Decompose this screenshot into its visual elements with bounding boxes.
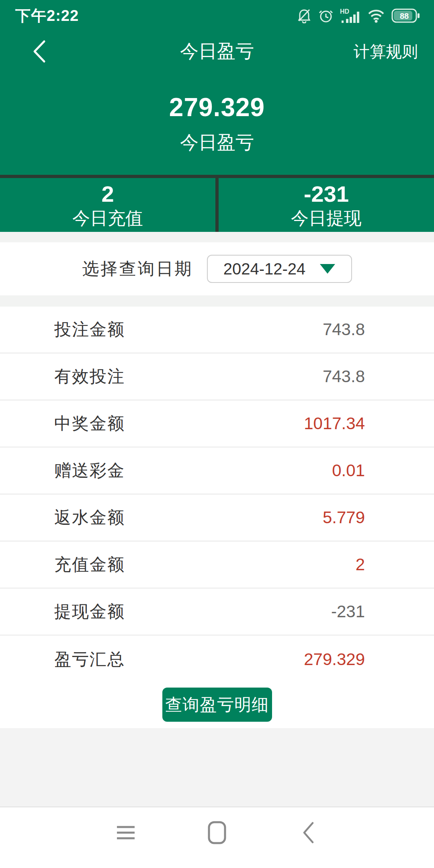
nav-menu-button[interactable] — [114, 821, 138, 845]
today-deposit-cell: 2 今日充值 — [0, 178, 215, 232]
dropdown-arrow-icon — [320, 264, 335, 274]
chevron-left-icon — [33, 40, 46, 63]
today-profit-label: 今日盈亏 — [0, 130, 434, 155]
mute-bell-icon — [297, 8, 312, 23]
nav-back-chevron-icon — [302, 821, 315, 844]
sub-summary: 2 今日充值 -231 今日提现 — [0, 178, 434, 232]
button-section: 查询盈亏明细 — [0, 683, 434, 728]
today-withdraw-value: -231 — [304, 183, 349, 205]
detail-row-label: 投注金额 — [54, 318, 125, 341]
hd-signal-icon: HD — [340, 8, 361, 24]
battery-icon: 88 — [391, 8, 420, 24]
today-withdraw-label: 今日提现 — [291, 209, 362, 227]
home-square-icon — [207, 821, 227, 845]
detail-row-label: 提现金额 — [54, 600, 125, 623]
date-select-dropdown[interactable]: 2024-12-24 — [207, 255, 352, 283]
divider-line-top — [0, 175, 434, 178]
today-deposit-value: 2 — [101, 183, 114, 205]
alarm-clock-icon — [318, 8, 334, 23]
detail-row: 充值金额 2 — [0, 542, 434, 589]
detail-row-label: 充值金额 — [54, 553, 125, 576]
gray-strip — [0, 232, 434, 242]
today-profit-value: 279.329 — [0, 92, 434, 122]
vertical-divider — [215, 178, 219, 232]
calc-rules-link[interactable]: 计算规则 — [354, 35, 418, 68]
date-select-value: 2024-12-24 — [223, 260, 306, 278]
detail-row-value: 1017.34 — [304, 414, 365, 433]
menu-icon — [115, 824, 137, 841]
battery-percent-text: 88 — [400, 12, 409, 20]
status-icons: HD 88 — [297, 8, 420, 24]
detail-row: 赠送彩金 0.01 — [0, 448, 434, 495]
detail-row: 投注金额 743.8 — [0, 307, 434, 354]
detail-row-label: 返水金额 — [54, 506, 125, 529]
detail-row: 提现金额 -231 — [0, 589, 434, 636]
detail-row-value: 743.8 — [323, 320, 365, 339]
detail-row-value: -231 — [331, 602, 365, 621]
nav-back-button[interactable] — [296, 821, 320, 845]
app-bar: 今日盈亏 计算规则 — [0, 35, 434, 68]
date-picker-row: 选择查询日期 2024-12-24 — [0, 242, 434, 295]
hd-text: HD — [340, 8, 349, 15]
detail-row-value: 0.01 — [332, 461, 365, 480]
wifi-icon — [367, 8, 385, 23]
detail-row-label: 有效投注 — [54, 365, 125, 388]
detail-row: 盈亏汇总 279.329 — [0, 636, 434, 683]
nav-home-button[interactable] — [205, 821, 229, 845]
detail-row-value: 279.329 — [304, 650, 365, 669]
system-nav-bar — [0, 807, 434, 858]
detail-row: 有效投注 743.8 — [0, 354, 434, 401]
detail-row: 返水金额 5.779 — [0, 495, 434, 542]
bottom-gray-area — [0, 728, 434, 807]
gray-strip — [0, 295, 434, 307]
query-details-button[interactable]: 查询盈亏明细 — [162, 688, 272, 722]
details-list: 投注金额 743.8 有效投注 743.8 中奖金额 1017.34 赠送彩金 … — [0, 307, 434, 683]
detail-row: 中奖金额 1017.34 — [0, 401, 434, 448]
status-time: 下午2:22 — [15, 6, 79, 26]
profit-loss-screen: 下午2:22 HD — [0, 0, 434, 868]
detail-row-value: 743.8 — [323, 367, 365, 386]
detail-row-label: 盈亏汇总 — [54, 648, 125, 671]
detail-row-label: 赠送彩金 — [54, 459, 125, 482]
status-bar: 下午2:22 HD — [0, 0, 434, 26]
back-button[interactable] — [23, 35, 55, 68]
today-withdraw-cell: -231 今日提现 — [219, 178, 434, 232]
detail-row-value: 5.779 — [323, 508, 365, 527]
green-header: 下午2:22 HD — [0, 0, 434, 175]
detail-row-label: 中奖金额 — [54, 412, 125, 435]
today-deposit-label: 今日充值 — [72, 209, 143, 227]
page-title: 今日盈亏 — [180, 39, 254, 64]
date-picker-label: 选择查询日期 — [82, 258, 193, 280]
detail-row-value: 2 — [356, 555, 365, 574]
